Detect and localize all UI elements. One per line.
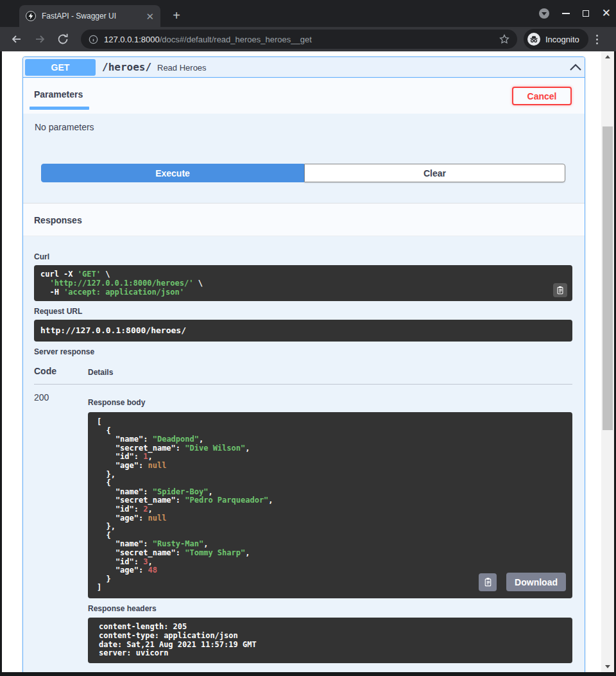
- swagger-page: GET /heroes/ Read Heroes Parameters Canc…: [2, 51, 614, 672]
- endpoint-summary: Read Heroes: [157, 63, 207, 73]
- opblock-header[interactable]: GET /heroes/ Read Heroes: [23, 57, 585, 78]
- request-url-label: Request URL: [34, 307, 82, 316]
- browser-titlebar: FastAPI - Swagger UI ✕ + ✕: [0, 0, 616, 27]
- response-body-block: [ { "name": "Deadpond", "secret_name": "…: [88, 412, 572, 598]
- new-tab-button[interactable]: +: [169, 9, 184, 23]
- clipboard-icon: [556, 286, 565, 295]
- browser-toolbar: 127.0.0.1:8000/docs#/default/read_heroes…: [0, 27, 616, 51]
- opblock-get-heroes: GET /heroes/ Read Heroes Parameters Canc…: [22, 56, 585, 672]
- incognito-icon: [527, 33, 540, 46]
- url-text: 127.0.0.1:8000/docs#/default/read_heroes…: [104, 35, 499, 44]
- scrollbar-up-arrow-icon[interactable]: [605, 55, 610, 58]
- no-parameters-text: No parameters: [35, 122, 94, 132]
- tab-search-button[interactable]: [539, 8, 549, 19]
- response-headers-label: Response headers: [88, 604, 157, 613]
- curl-command-text: curl -X 'GET' \ 'http://127.0.0.1:8000/h…: [40, 270, 566, 297]
- parameters-section-body: No parameters Execute Clear: [23, 114, 585, 203]
- tab-title: FastAPI - Swagger UI: [42, 12, 141, 21]
- responses-section-header: Responses: [23, 203, 585, 236]
- url-path: /docs#/default/read_heroes_heroes__get: [160, 35, 312, 44]
- responses-title: Responses: [34, 215, 82, 225]
- clipboard-icon: [483, 577, 493, 587]
- details-column-header: Details: [88, 368, 113, 377]
- server-response-label: Server response: [34, 347, 94, 356]
- endpoint-path: /heroes/: [102, 61, 151, 73]
- reload-button[interactable]: [56, 33, 69, 46]
- request-url-text: http://127.0.0.1:8000/heroes/: [40, 325, 566, 336]
- scrollbar-down-arrow-icon[interactable]: [605, 665, 610, 668]
- bookmark-star-icon[interactable]: [499, 34, 509, 44]
- url-host: 127.0.0.1:8000: [104, 35, 160, 44]
- window-maximize-button[interactable]: [583, 10, 589, 17]
- page-scrollbar[interactable]: [601, 51, 614, 672]
- forward-button[interactable]: [33, 33, 46, 46]
- back-button[interactable]: [10, 33, 23, 46]
- browser-tab[interactable]: FastAPI - Swagger UI ✕: [19, 5, 160, 27]
- fastapi-favicon-icon: [26, 11, 36, 21]
- caret-down-icon: [542, 12, 547, 15]
- incognito-badge: Incognito: [524, 29, 588, 49]
- url-bar[interactable]: 127.0.0.1:8000/docs#/default/read_heroes…: [81, 30, 517, 49]
- parameters-section-header: Parameters Cancel: [23, 78, 585, 114]
- download-button[interactable]: Download: [506, 573, 566, 591]
- curl-command-block: curl -X 'GET' \ 'http://127.0.0.1:8000/h…: [34, 265, 572, 301]
- site-info-icon[interactable]: [89, 35, 98, 44]
- window-minimize-button[interactable]: [562, 13, 570, 14]
- response-body-label: Response body: [88, 398, 145, 407]
- responses-section-body: Curl curl -X 'GET' \ 'http://127.0.0.1:8…: [23, 236, 585, 672]
- browser-menu-button[interactable]: [596, 35, 598, 44]
- status-code: 200: [34, 392, 49, 403]
- http-method-badge: GET: [25, 59, 96, 76]
- parameters-title: Parameters: [34, 89, 83, 100]
- response-headers-text: content-length: 205 content-type: applic…: [99, 623, 561, 658]
- execute-button[interactable]: Execute: [41, 164, 304, 182]
- response-headers-block: content-length: 205 content-type: applic…: [88, 618, 572, 663]
- code-column-header: Code: [34, 366, 56, 376]
- table-divider: [34, 384, 572, 385]
- parameters-tab-underline: [30, 107, 89, 110]
- scrollbar-thumb[interactable]: [603, 126, 613, 430]
- incognito-label: Incognito: [545, 35, 579, 44]
- cancel-button[interactable]: Cancel: [512, 87, 572, 105]
- response-body-json: [ { "name": "Deadpond", "secret_name": "…: [97, 418, 563, 593]
- clear-button[interactable]: Clear: [304, 164, 565, 182]
- tab-close-icon[interactable]: ✕: [146, 12, 154, 21]
- copy-response-button[interactable]: [479, 573, 497, 591]
- window-close-button[interactable]: ✕: [602, 9, 611, 18]
- curl-label: Curl: [34, 252, 49, 261]
- copy-curl-button[interactable]: [553, 283, 567, 297]
- collapse-chevron-icon[interactable]: [569, 62, 582, 73]
- request-url-block: http://127.0.0.1:8000/heroes/: [34, 320, 572, 342]
